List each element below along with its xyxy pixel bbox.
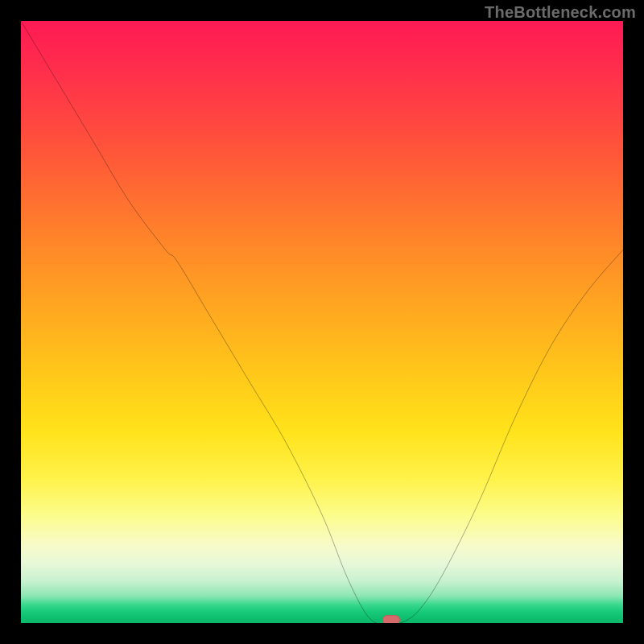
attribution-text: TheBottleneck.com (485, 3, 636, 22)
chart-stage: TheBottleneck.com (0, 0, 644, 644)
heat-gradient (21, 21, 623, 623)
optimal-marker (382, 615, 400, 623)
plot-area (21, 21, 623, 623)
